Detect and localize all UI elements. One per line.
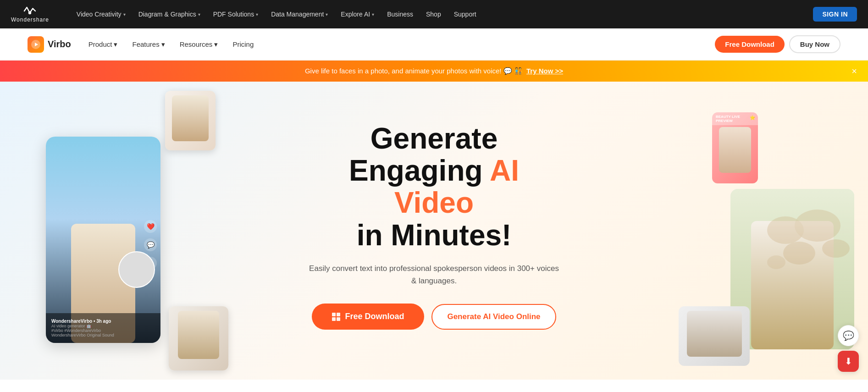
download-icon: ⬇ [845, 356, 852, 367]
top-navigation: Wondershare Video Creativity ▾ Diagram &… [0, 0, 868, 28]
top-nav-links: Video Creativity ▾ Diagram & Graphics ▾ … [71, 8, 799, 21]
bottom-card-person [687, 311, 742, 357]
hero-subtitle: Easily convert text into professional sp… [306, 262, 563, 287]
hero-buttons: Free Download Generate AI Video Online [306, 304, 563, 330]
top-nav-video-creativity[interactable]: Video Creativity ▾ [71, 8, 131, 21]
star-icon: ⭐ [750, 115, 755, 120]
wondershare-logo-text: Wondershare [11, 17, 49, 23]
chat-widget[interactable]: 💬 [838, 325, 859, 346]
windows-icon [332, 313, 340, 321]
float-image-bottom [169, 306, 228, 370]
sec-nav-features[interactable]: Features ▾ [126, 38, 171, 51]
virbo-logo[interactable]: Virbo [28, 36, 71, 53]
top-nav-explore-ai[interactable]: Explore AI ▾ [335, 8, 380, 21]
phone-username: WondershareVirbo • 3h ago [51, 319, 155, 324]
download-widget[interactable]: ⬇ [838, 351, 859, 372]
hero-title: Generate Engaging AI Video in Minutes! [306, 122, 563, 252]
float-image-top [165, 91, 216, 150]
world-map-bg [758, 203, 854, 285]
sec-nav-pricing[interactable]: Pricing [226, 38, 260, 51]
hero-online-button[interactable]: Generate AI Video Online [431, 304, 556, 330]
avatar [118, 251, 155, 288]
chevron-down-icon: ▾ [198, 12, 200, 17]
chevron-down-icon: ▾ [123, 12, 126, 17]
hero-left-media: ❤️ 💬 ↗ WondershareVirbo • 3h ago AI vide… [0, 82, 174, 380]
beauty-live-card: BEAUTY LIVE PREVIEW ⭐ [712, 112, 758, 183]
phone-tag2: #Virbo #WondershareVirbo [51, 328, 155, 333]
phone-comment-icon: 💬 [144, 238, 157, 251]
secondary-navigation: Virbo Product ▾ Features ▾ Resources ▾ P… [0, 28, 868, 61]
top-nav-business[interactable]: Business [381, 8, 419, 21]
wondershare-logo[interactable]: Wondershare [11, 6, 49, 23]
chevron-down-icon: ▾ [326, 12, 328, 17]
phone-tag1: AI video generator 🤖 [51, 324, 155, 328]
hero-section: ❤️ 💬 ↗ WondershareVirbo • 3h ago AI vide… [0, 82, 868, 380]
secondary-nav-right: Free Download Buy Now [715, 35, 840, 53]
chevron-down-icon: ▾ [372, 12, 374, 17]
buy-now-button[interactable]: Buy Now [789, 35, 840, 53]
close-icon[interactable]: × [851, 66, 857, 77]
virbo-logo-icon [28, 36, 44, 53]
virbo-brand-name: Virbo [48, 39, 71, 50]
top-nav-support[interactable]: Support [448, 8, 482, 21]
beauty-live-card-person [719, 127, 751, 173]
chevron-down-icon: ▾ [114, 40, 117, 49]
phone-overlay: WondershareVirbo • 3h ago AI video gener… [46, 313, 160, 343]
hero-center: Generate Engaging AI Video in Minutes! E… [297, 122, 572, 330]
svg-point-5 [783, 242, 815, 265]
secondary-nav-links: Product ▾ Features ▾ Resources ▾ Pricing [82, 38, 712, 51]
top-nav-right: SIGN IN [813, 7, 857, 22]
chevron-down-icon: ▾ [161, 40, 165, 49]
hero-download-button[interactable]: Free Download [312, 304, 424, 330]
top-nav-shop[interactable]: Shop [420, 8, 447, 21]
svg-point-6 [822, 239, 850, 258]
top-nav-pdf-solutions[interactable]: PDF Solutions ▾ [208, 8, 264, 21]
chevron-down-icon: ▾ [256, 12, 258, 17]
signin-button[interactable]: SIGN IN [813, 7, 857, 22]
top-nav-diagram-graphics[interactable]: Diagram & Graphics ▾ [133, 8, 206, 21]
phone-sound: WondershareVirbo Original Sound [51, 333, 155, 337]
bottom-right-card [679, 306, 750, 366]
free-download-button[interactable]: Free Download [715, 36, 785, 53]
banner-text: Give life to faces in a photo, and anima… [305, 67, 563, 75]
svg-point-7 [767, 255, 785, 269]
sec-nav-product[interactable]: Product ▾ [82, 38, 124, 51]
promo-banner: Give life to faces in a photo, and anima… [0, 61, 868, 82]
chat-icon: 💬 [843, 330, 854, 341]
svg-point-4 [795, 210, 840, 242]
banner-link[interactable]: Try Now >> [526, 67, 563, 75]
phone-mockup: ❤️ 💬 ↗ WondershareVirbo • 3h ago AI vide… [46, 137, 160, 343]
top-nav-data-management[interactable]: Data Management ▾ [265, 8, 333, 21]
chevron-down-icon: ▾ [214, 40, 218, 49]
phone-like-icon: ❤️ [144, 220, 157, 233]
svg-point-0 [28, 11, 31, 14]
sec-nav-resources[interactable]: Resources ▾ [173, 38, 225, 51]
